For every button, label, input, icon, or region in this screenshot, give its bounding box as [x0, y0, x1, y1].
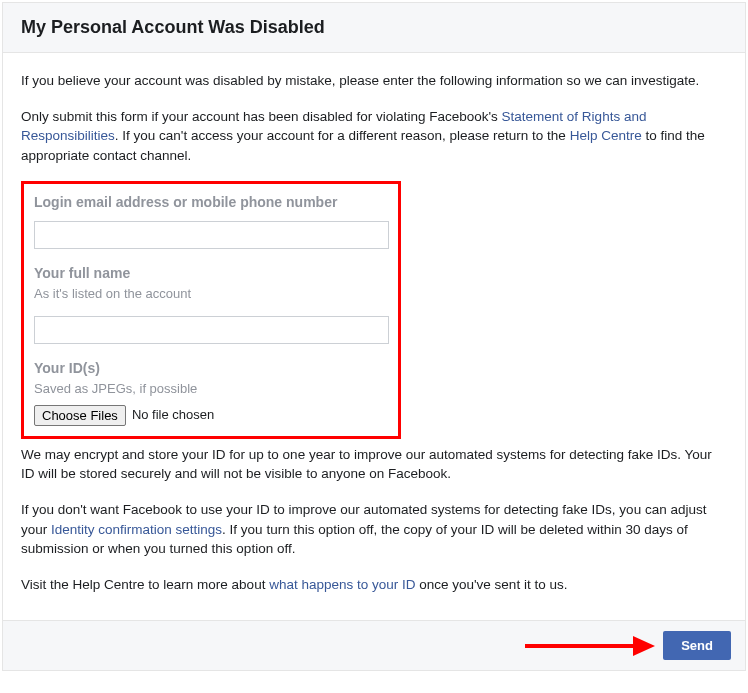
- help-centre-link[interactable]: Help Centre: [570, 128, 642, 143]
- disclaimer-part2: . If you can't access your account for a…: [115, 128, 570, 143]
- name-input[interactable]: [34, 316, 389, 344]
- choose-files-button[interactable]: Choose Files: [34, 405, 126, 426]
- name-field-group: Your full name As it's listed on the acc…: [34, 263, 388, 344]
- learn-part2: once you've sent it to us.: [415, 577, 567, 592]
- login-field-group: Login email address or mobile phone numb…: [34, 192, 388, 248]
- ids-hint: Saved as JPEGs, if possible: [34, 380, 388, 399]
- learn-part1: Visit the Help Centre to learn more abou…: [21, 577, 269, 592]
- disclaimer-text: Only submit this form if your account ha…: [21, 107, 727, 166]
- name-label: Your full name: [34, 263, 388, 283]
- form-highlight: Login email address or mobile phone numb…: [21, 181, 401, 439]
- no-file-text: No file chosen: [132, 406, 214, 425]
- identity-settings-link[interactable]: Identity confirmation settings: [51, 522, 222, 537]
- disclaimer-part1: Only submit this form if your account ha…: [21, 109, 502, 124]
- send-button[interactable]: Send: [663, 631, 731, 660]
- what-happens-link[interactable]: what happens to your ID: [269, 577, 415, 592]
- storage-text: We may encrypt and store your ID for up …: [21, 445, 727, 484]
- page-title: My Personal Account Was Disabled: [21, 17, 727, 38]
- page-header: My Personal Account Was Disabled: [3, 3, 745, 53]
- ids-label: Your ID(s): [34, 358, 388, 378]
- name-hint: As it's listed on the account: [34, 285, 388, 304]
- page-container: My Personal Account Was Disabled If you …: [2, 2, 746, 671]
- optout-text: If you don't want Facebook to use your I…: [21, 500, 727, 559]
- page-content: If you believe your account was disabled…: [3, 53, 745, 620]
- arrow-line: [525, 644, 633, 648]
- file-row: Choose Files No file chosen: [34, 405, 388, 426]
- login-label: Login email address or mobile phone numb…: [34, 192, 388, 212]
- ids-field-group: Your ID(s) Saved as JPEGs, if possible C…: [34, 358, 388, 426]
- page-footer: Send: [3, 620, 745, 670]
- login-input[interactable]: [34, 221, 389, 249]
- annotation-arrow: [525, 636, 655, 656]
- learn-text: Visit the Help Centre to learn more abou…: [21, 575, 727, 595]
- arrow-head-icon: [633, 636, 655, 656]
- intro-text: If you believe your account was disabled…: [21, 71, 727, 91]
